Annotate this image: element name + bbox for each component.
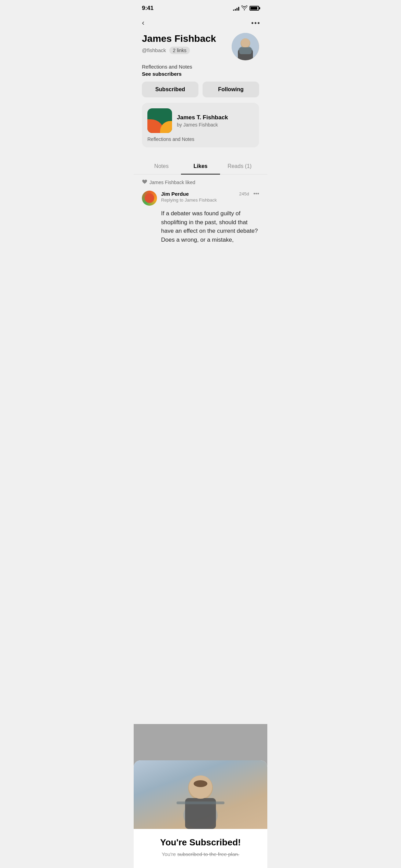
profile-name: James Fishback — [142, 33, 232, 45]
profile-links-badge[interactable]: 2 links — [169, 47, 190, 54]
post-meta: Jim Perdue 245d ••• Replying to James Fi… — [161, 191, 259, 203]
status-icons — [233, 5, 259, 11]
svg-point-4 — [241, 38, 250, 47]
tab-notes[interactable]: Notes — [142, 158, 181, 174]
post-author-name: Jim Perdue — [161, 191, 189, 197]
tabs-bar: Notes Likes Reads (1) — [134, 158, 267, 174]
post-author-avatar — [142, 191, 157, 206]
svg-rect-5 — [239, 47, 252, 54]
profile-section: James Fishback @fishback 2 links Reflect… — [134, 33, 267, 158]
publication-description: Reflections and Notes — [147, 136, 254, 142]
wifi-icon — [241, 5, 247, 11]
see-subscribers-link[interactable]: See subscribers — [142, 71, 259, 77]
publication-card[interactable]: James T. Fishback by James Fishback Refl… — [142, 103, 259, 147]
action-buttons: Subscribed Following — [142, 82, 259, 97]
nav-bar: ‹ ••• — [134, 14, 267, 33]
post-content: If a debater was found guilty of shoplif… — [142, 209, 259, 244]
post-reply-to: Replying to James Fishback — [161, 197, 259, 203]
publication-inner: James T. Fishback by James Fishback — [147, 108, 254, 133]
status-time: 9:41 — [142, 5, 154, 12]
back-button[interactable]: ‹ — [141, 17, 146, 29]
content-section: James Fishback liked Jim Perdue 245d •••… — [134, 174, 267, 250]
profile-header: James Fishback @fishback 2 links — [142, 33, 259, 60]
avatar-image — [232, 33, 259, 60]
heart-icon — [142, 179, 147, 185]
profile-description: Reflections and Notes — [142, 64, 259, 70]
profile-info: James Fishback @fishback 2 links — [142, 33, 232, 54]
post-time: 245d — [239, 191, 249, 196]
publication-author: by James Fishback — [177, 122, 254, 128]
publication-text: James T. Fishback by James Fishback — [177, 114, 254, 128]
post-time-more: 245d ••• — [239, 191, 259, 197]
tabs-section: Notes Likes Reads (1) — [134, 158, 267, 174]
profile-meta: @fishback 2 links — [142, 47, 232, 54]
post-header: Jim Perdue 245d ••• Replying to James Fi… — [142, 191, 259, 206]
more-button[interactable]: ••• — [251, 19, 260, 27]
profile-handle: @fishback — [142, 47, 166, 53]
tab-likes[interactable]: Likes — [181, 158, 220, 174]
post-author-row: Jim Perdue 245d ••• — [161, 191, 259, 197]
liked-header-text: James Fishback liked — [149, 180, 195, 185]
subscribed-button[interactable]: Subscribed — [142, 82, 198, 97]
avatar — [232, 33, 259, 60]
post-more-button[interactable]: ••• — [253, 191, 259, 196]
liked-header: James Fishback liked — [142, 174, 259, 188]
battery-icon — [250, 6, 259, 11]
post-card: Jim Perdue 245d ••• Replying to James Fi… — [142, 188, 259, 250]
publication-icon — [147, 108, 172, 133]
following-button[interactable]: Following — [203, 82, 259, 97]
signal-icon — [233, 6, 239, 11]
tab-reads[interactable]: Reads (1) — [220, 158, 259, 174]
publication-name: James T. Fishback — [177, 114, 254, 121]
status-bar: 9:41 — [134, 0, 267, 14]
